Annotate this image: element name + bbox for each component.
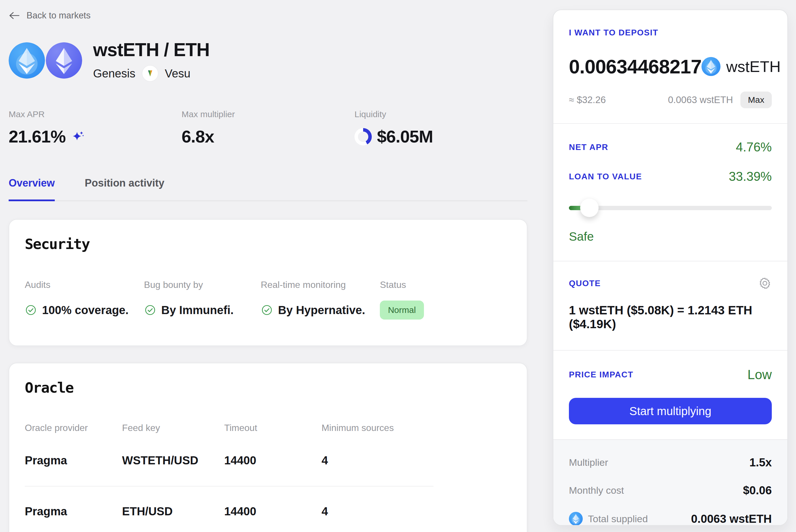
oracle-row: Pragma ETH/USD 14400 4 [25,505,511,518]
usd-estimate: ≈ $32.26 [569,94,606,106]
apr-ltv-section: NET APR 4.76% LOAN TO VALUE 33.39% Safe [553,124,788,261]
slider-thumb[interactable] [580,198,599,217]
settings-gear-icon[interactable] [758,277,772,290]
page-title: wstETH / ETH [93,39,210,60]
back-label: Back to markets [26,11,90,21]
security-card: Security Audits Bug bounty by Real-time … [8,219,527,346]
stat-max-multiplier: Max multiplier 6.8x [182,109,355,147]
net-apr-value: 4.76% [736,140,772,154]
slider-track[interactable] [569,206,772,210]
tab-overview[interactable]: Overview [8,177,55,201]
check-circle-icon [261,304,273,316]
deposit-section-label: I WANT TO DEPOSIT [569,28,772,37]
stat-max-apr: Max APR 21.61% [8,109,182,147]
risk-level-label: Safe [569,230,772,244]
quote-rate: 1 wstETH ($5.08K) = 1.2143 ETH ($4.19K) [569,303,772,331]
deposit-amount-input[interactable]: 0.00634468217 [569,55,702,78]
position-details-section: Multiplier 1.5x Monthly cost $0.06 Total… [553,439,788,526]
protocol-label: Vesu [165,67,191,80]
max-apr-value: 21.61% [8,127,66,147]
row-divider [25,486,433,487]
main-content: Back to markets wstETH / ETH Genesis Ves… [8,0,527,532]
liquidity-value: $6.05M [377,127,433,147]
oracle-col-label: Feed key [122,423,224,433]
market-header: wstETH / ETH Genesis Vesu [8,39,527,82]
status-badge: Normal [380,301,424,320]
security-heading: Security [25,236,511,252]
eth-token-icon [46,42,82,79]
token-selector[interactable]: wstETH [702,57,781,76]
oracle-card: Oracle Oracle provider Feed key Timeout … [8,363,527,532]
sparkle-icon [71,130,85,144]
oracle-row: Pragma WSTETH/USD 14400 4 [25,454,511,467]
back-to-markets-link[interactable]: Back to markets [8,11,527,21]
check-circle-icon [25,304,37,316]
tab-position-activity[interactable]: Position activity [85,177,164,201]
net-apr-label: NET APR [569,142,609,152]
price-impact-section: PRICE IMPACT Low Start multiplying [553,350,788,439]
tab-bar: Overview Position activity [8,177,527,201]
security-col-label: Audits [25,280,144,290]
wsteth-token-icon [569,512,583,526]
detail-row-total-supplied: Total supplied 0.0063 wstETH [569,512,772,526]
liquidity-donut-chart [355,128,372,145]
monitoring-value: By Hypernative. [261,301,380,320]
oracle-col-label: Timeout [224,423,322,433]
security-col-label: Bug bounty by [144,280,261,290]
wsteth-token-icon [702,57,721,76]
detail-row-multiplier: Multiplier 1.5x [569,456,772,469]
ltv-label: LOAN TO VALUE [569,172,642,182]
bug-bounty-value: By Immunefi. [144,301,261,320]
stat-liquidity: Liquidity $6.05M [355,109,527,147]
curator-label: Genesis [93,67,135,80]
deposit-section: I WANT TO DEPOSIT 0.00634468217 wstETH ≈… [553,10,788,123]
market-token-icons [8,42,82,79]
multiply-panel: I WANT TO DEPOSIT 0.00634468217 wstETH ≈… [553,10,788,526]
audits-value: 100% coverage. [25,301,144,320]
ltv-value: 33.39% [729,169,772,184]
ltv-slider[interactable] [569,198,772,217]
price-impact-label: PRICE IMPACT [569,370,633,379]
oracle-col-label: Oracle provider [25,423,122,433]
oracle-col-label: Minimum sources [322,423,511,433]
security-col-label: Status [380,280,511,290]
wsteth-token-icon [8,42,45,79]
security-col-label: Real-time monitoring [261,280,380,290]
max-multiplier-value: 6.8x [182,127,214,147]
detail-row-monthly-cost: Monthly cost $0.06 [569,484,772,497]
quote-section: QUOTE 1 wstETH ($5.08K) = 1.2143 ETH ($4… [553,261,788,350]
check-circle-icon [144,304,156,316]
market-stats-row: Max APR 21.61% Max multiplier 6.8x Liqui… [8,109,527,147]
price-impact-value: Low [747,367,772,382]
token-symbol: wstETH [726,58,781,75]
oracle-heading: Oracle [25,379,511,396]
vesu-logo-icon [142,65,159,82]
max-button[interactable]: Max [740,92,772,108]
start-multiplying-button[interactable]: Start multiplying [569,398,772,424]
arrow-left-icon [8,11,20,20]
quote-label: QUOTE [569,279,601,288]
wallet-balance: 0.0063 wstETH [668,94,733,106]
